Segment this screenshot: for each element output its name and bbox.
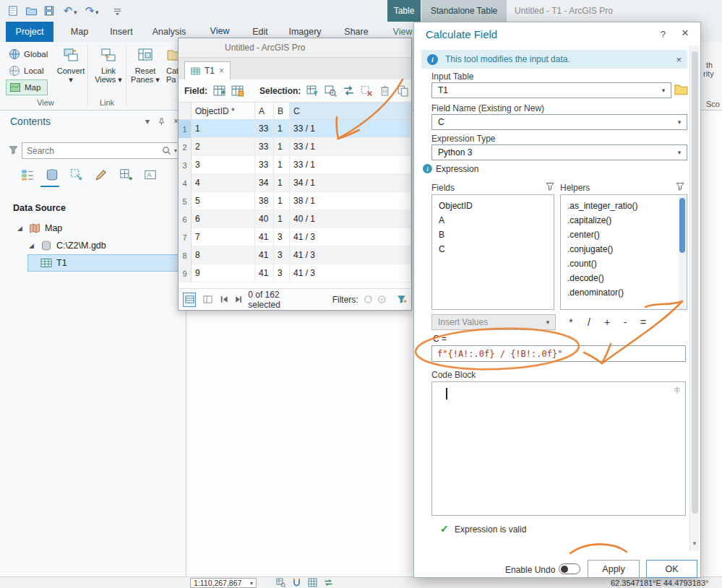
tab-map[interactable]: Map (65, 22, 94, 42)
table-cell[interactable]: 5 (192, 192, 255, 210)
refresh-icon[interactable] (364, 295, 373, 305)
plus-operator-button[interactable]: + (599, 314, 615, 329)
apply-button[interactable]: Apply (588, 560, 640, 578)
table-row[interactable]: 1 1 33 1 33 / 1 (179, 120, 411, 138)
tree-item-gdb[interactable]: ◢ C:\Z2\M.gdb (29, 237, 106, 254)
help-icon[interactable]: ? (661, 29, 666, 40)
grid-icon[interactable] (308, 578, 317, 587)
reset-panes-button[interactable]: Reset Panes ▾ (127, 43, 163, 101)
minus-operator-button[interactable]: - (617, 314, 633, 329)
ok-button[interactable]: OK (646, 560, 697, 578)
row-number[interactable]: 1 (179, 120, 192, 138)
add-field-icon[interactable] (213, 85, 225, 97)
row-number[interactable]: 5 (179, 192, 192, 210)
code-block-input[interactable] (432, 382, 685, 515)
column-header-a[interactable]: A (255, 103, 274, 119)
table-row[interactable]: 4 4 34 1 34 / 1 (179, 174, 411, 192)
pane-menu-chevron-icon[interactable]: ▾ (145, 116, 150, 126)
table-cell[interactable]: 4 (192, 174, 255, 192)
customize-quick-access-icon[interactable] (110, 4, 124, 18)
filter-helpers-icon[interactable] (676, 182, 684, 191)
expander-icon[interactable]: ◢ (17, 225, 25, 232)
map-scale-select[interactable]: 1:110,267,867 ▾ (190, 578, 257, 588)
expression-section-label[interactable]: Expression (436, 164, 478, 174)
context-group-standalone-table[interactable]: Standalone Table (421, 0, 507, 22)
list-item[interactable]: .conjugate() (561, 242, 687, 256)
copy-rows-icon[interactable] (397, 85, 409, 97)
table-cell[interactable]: 1 (274, 174, 290, 192)
pin-icon[interactable] (158, 118, 166, 126)
map-view-button[interactable]: Map (6, 79, 48, 95)
table-cell[interactable]: 41 (255, 246, 274, 264)
tab-t1[interactable]: T1 × (184, 61, 231, 79)
clear-selection-icon[interactable] (361, 85, 373, 97)
sync-views-icon[interactable] (324, 578, 333, 587)
table-cell[interactable]: 41 / 3 (290, 246, 411, 264)
helpers-list[interactable]: .as_integer_ratio() .capitalize() .cente… (560, 194, 687, 310)
list-item[interactable]: .center() (561, 228, 687, 242)
table-cell[interactable]: 41 / 3 (290, 228, 411, 246)
table-cell[interactable]: 1 (274, 138, 290, 156)
expander-icon[interactable]: ◢ (29, 242, 36, 249)
enable-undo-toggle[interactable] (559, 563, 580, 574)
table-cell[interactable]: 41 / 3 (290, 264, 411, 282)
list-item[interactable]: .capitalize() (561, 213, 687, 228)
search-icon[interactable] (162, 146, 171, 155)
table-window-title[interactable]: Untitled - ArcGIS Pro (179, 38, 411, 58)
table-cell[interactable]: 33 / 1 (290, 120, 411, 138)
table-row[interactable]: 7 7 41 3 41 / 3 (179, 228, 411, 246)
list-item[interactable]: .count() (561, 256, 687, 271)
table-cell[interactable]: 2 (192, 138, 255, 156)
list-item[interactable]: B (432, 228, 554, 242)
table-cell[interactable]: 6 (192, 210, 255, 228)
expression-input[interactable] (431, 345, 686, 362)
filter-fields-icon[interactable] (546, 182, 554, 191)
list-by-snapping-icon[interactable] (119, 168, 133, 182)
table-cell[interactable]: 1 (274, 192, 290, 210)
insert-values-select[interactable]: Insert Values ▾ (431, 314, 556, 330)
table-row[interactable]: 9 9 41 3 41 / 3 (179, 264, 411, 282)
input-table-select[interactable]: T1 ▾ (431, 82, 671, 98)
convert-button[interactable]: Convert ▾ (53, 43, 88, 101)
table-cell[interactable]: 33 / 1 (290, 138, 411, 156)
list-item[interactable]: .denominator() (561, 285, 687, 300)
select-by-attributes-icon[interactable] (306, 85, 319, 97)
list-by-editing-icon[interactable] (94, 168, 108, 182)
table-cell[interactable]: 33 (255, 138, 274, 156)
equals-operator-button[interactable]: = (635, 314, 651, 329)
table-cell[interactable]: 8 (192, 246, 255, 264)
snap-toggle-icon[interactable] (292, 578, 301, 587)
active-filter-icon[interactable] (397, 295, 407, 305)
list-item[interactable]: .decode() (561, 271, 687, 285)
undo-dropdown-icon[interactable]: ▾ (74, 9, 77, 16)
tree-item-t1[interactable]: T1 (40, 254, 67, 272)
row-number[interactable]: 9 (179, 264, 192, 282)
switch-selection-icon[interactable] (343, 85, 355, 97)
table-cell[interactable]: 33 / 1 (290, 156, 411, 174)
browse-folder-icon[interactable] (674, 84, 688, 96)
local-scene-button[interactable]: Local (6, 63, 51, 79)
list-item[interactable]: A (432, 213, 554, 228)
list-by-drawing-order-icon[interactable] (20, 168, 35, 182)
table-view-icon[interactable] (183, 293, 196, 307)
redo-icon[interactable]: ↷ (82, 4, 97, 18)
scrollbar-thumb[interactable] (679, 198, 685, 253)
tab-insert[interactable]: Insert (106, 22, 137, 42)
dialog-scrollbar[interactable] (689, 46, 700, 551)
table-cell[interactable]: 3 (192, 156, 255, 174)
table-row[interactable]: 5 5 38 1 38 / 1 (179, 192, 411, 210)
next-record-icon[interactable] (233, 295, 243, 305)
list-by-selection-icon[interactable] (69, 168, 84, 182)
table-cell[interactable]: 33 (255, 156, 274, 174)
dismiss-banner-icon[interactable]: × (676, 54, 682, 65)
list-item[interactable]: .as_integer_ratio() (561, 199, 687, 213)
list-by-labeling-icon[interactable]: A (143, 168, 158, 182)
table-cell[interactable]: 33 (255, 120, 274, 138)
redo-dropdown-icon[interactable]: ▾ (95, 9, 99, 16)
filter-icon[interactable] (9, 145, 18, 155)
table-cell[interactable]: 9 (192, 264, 255, 282)
table-cell[interactable]: 40 (255, 210, 274, 228)
expression-type-select[interactable]: Python 3 ▾ (431, 144, 687, 160)
table-cell[interactable]: 1 (274, 120, 290, 138)
link-views-button[interactable]: Link Views ▾ (91, 43, 126, 101)
